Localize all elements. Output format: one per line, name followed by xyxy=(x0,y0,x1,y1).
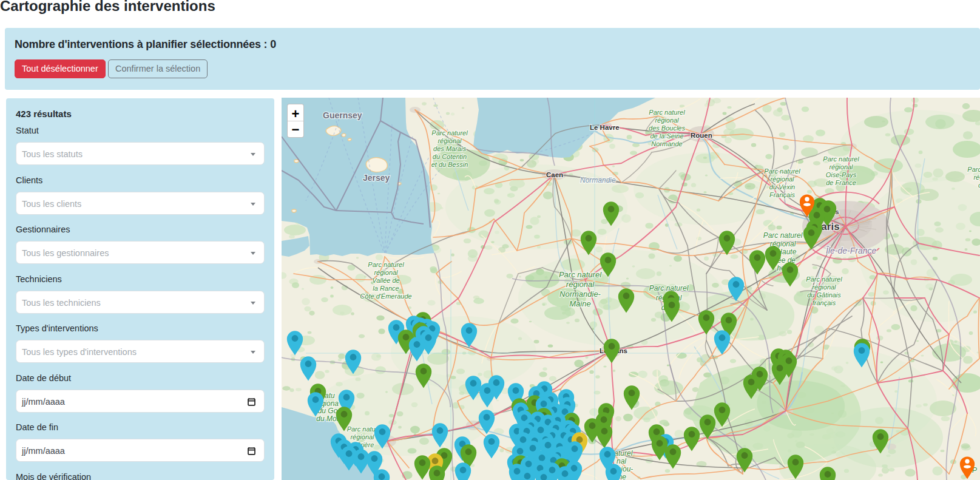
svg-text:et du Bessin: et du Bessin xyxy=(431,161,468,168)
svg-text:de la Seine: de la Seine xyxy=(650,132,683,140)
svg-text:Caen: Caen xyxy=(546,171,563,178)
svg-text:régional: régional xyxy=(829,163,853,171)
svg-text:du Cotentin: du Cotentin xyxy=(433,153,467,160)
svg-text:Île-de-France: Île-de-France xyxy=(826,246,876,255)
svg-text:régional: régional xyxy=(973,174,980,181)
svg-text:Rouen: Rouen xyxy=(691,132,712,139)
svg-text:Le Havre: Le Havre xyxy=(590,124,620,131)
svg-text:français: français xyxy=(813,299,836,306)
svg-text:Jersey: Jersey xyxy=(363,173,390,183)
svg-text:régional: régional xyxy=(374,269,398,276)
svg-text:du Gâtinais: du Gâtinais xyxy=(807,291,841,299)
svg-text:Normandie: Normandie xyxy=(580,176,616,184)
svg-text:de France: de France xyxy=(826,179,856,186)
svg-text:Parc naturel: Parc naturel xyxy=(368,261,404,268)
svg-text:Parc naturel: Parc naturel xyxy=(967,166,980,173)
svg-text:Côte d'Émeraude: Côte d'Émeraude xyxy=(360,292,411,300)
svg-text:Oise-Pays: Oise-Pays xyxy=(826,171,857,178)
svg-text:Parc naturel: Parc naturel xyxy=(431,129,468,137)
svg-text:Parc naturel: Parc naturel xyxy=(649,109,685,116)
svg-text:Parc naturel: Parc naturel xyxy=(823,155,859,163)
svg-text:Vallée de: Vallée de xyxy=(372,277,399,284)
svg-text:Parc naturel: Parc naturel xyxy=(559,270,602,279)
svg-text:Normandie-: Normandie- xyxy=(559,289,601,299)
svg-text:du Vexin: du Vexin xyxy=(769,183,795,191)
svg-text:régional: régional xyxy=(812,283,836,291)
svg-text:nal: nal xyxy=(617,457,626,465)
svg-text:Parc natur: Parc natur xyxy=(347,425,379,433)
svg-text:régional: régional xyxy=(350,433,374,441)
svg-text:des Marais: des Marais xyxy=(433,145,466,152)
svg-text:régional: régional xyxy=(438,137,462,144)
svg-text:Normande: Normande xyxy=(651,140,682,147)
svg-text:Parc naturel: Parc naturel xyxy=(806,275,842,283)
svg-text:régional: régional xyxy=(566,280,595,289)
svg-text:la Rance: la Rance xyxy=(373,285,399,292)
svg-text:Guernsey: Guernsey xyxy=(323,110,362,120)
svg-text:Parc naturel: Parc naturel xyxy=(763,231,803,240)
svg-text:Maine: Maine xyxy=(569,299,590,308)
svg-text:Français: Français xyxy=(769,191,796,198)
svg-text:Parc naturel: Parc naturel xyxy=(764,167,800,175)
svg-text:régional: régional xyxy=(770,175,794,183)
svg-text:régional: régional xyxy=(655,117,679,124)
svg-text:des Boucles: des Boucles xyxy=(649,124,685,132)
